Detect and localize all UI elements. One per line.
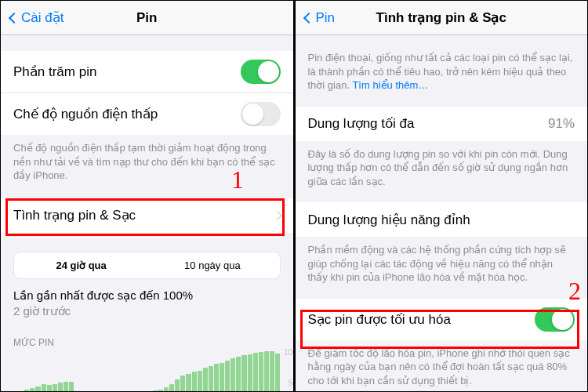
back-button[interactable]: Pin [305,10,336,26]
label: Chế độ nguồn điện thấp [13,106,158,122]
chart-bar [248,354,252,391]
optimized-footer: Để giảm tốc độ lão hóa pin, iPhone ghi n… [296,340,588,391]
chart-bar [275,354,280,391]
chart-bar [35,387,40,391]
chart-bar [64,382,68,391]
chevron-left-icon [303,12,314,23]
label: Phần trăm pin [13,64,96,80]
chart-bar [225,361,230,391]
toggle-optimized-charging[interactable] [535,307,575,332]
chart-bar [264,351,269,391]
row-low-power[interactable]: Chế độ nguồn điện thấp [1,93,293,135]
chevron-right-icon [273,211,281,220]
toggle-low-power[interactable] [241,102,281,126]
row-battery-percent[interactable]: Phần trăm pin [1,51,293,93]
label: Dung lượng hiệu năng đỉnh [308,212,470,228]
chart-bar [192,372,197,391]
toggle-knob [552,309,573,330]
battery-chart: 100% 50% [13,351,281,391]
chart-bar [214,364,219,391]
chart-bar [259,352,263,391]
row-optimized-charging[interactable]: Sạc pin được tối ưu hóa [296,299,588,340]
label: Tình trạng pin & Sạc [13,207,136,223]
last-charge-time: 2 giờ trước [1,303,293,326]
chart-header: MỨC PIN [1,326,293,351]
annotation-1: 1 [231,165,244,194]
chart-bar [164,387,169,391]
intro-body: Pin điện thoại, giống như tất cả các loạ… [308,52,573,91]
screen-battery-settings: Cài đặt Pin Phần trăm pin Chế độ nguồn đ… [1,1,293,391]
intro-text: Pin điện thoại, giống như tất cả các loạ… [296,35,588,102]
chart-bar [241,355,246,391]
group-max-capacity: Dung lượng tối đa 91% [296,107,588,141]
toggle-knob [258,61,279,82]
chart-bar [220,363,224,391]
chart-bar [186,374,191,391]
page-title: Pin [136,10,157,26]
chevron-left-icon [9,12,20,23]
y-axis-100: 100% [284,348,293,357]
value: 91% [548,116,575,132]
group-optimized: Sạc pin được tối ưu hóa [296,299,588,340]
chart-bar [30,388,34,391]
chart-bar [180,376,185,391]
chart-bar [270,351,274,391]
screen-battery-health: Pin Tình trạng pin & Sạc Pin điện thoại,… [296,1,588,391]
chart-bar [58,383,63,391]
label: Sạc pin được tối ưu hóa [308,311,451,328]
chart-bar [198,371,202,391]
chart-bar [47,385,52,391]
chart-bar [24,390,29,391]
page-title: Tình trạng pin & Sạc [376,9,506,26]
chart-bar [153,390,158,391]
segment-24h[interactable]: 24 giờ qua [16,254,147,277]
max-capacity-footer: Đây là số đo dung lượng pin so với khi p… [296,141,588,198]
label: Dung lượng tối đa [308,115,415,132]
nav-bar: Cài đặt Pin [1,1,293,35]
chart-bar [42,384,46,391]
chart-bar [69,382,74,391]
group-peak: Dung lượng hiệu năng đỉnh [296,202,588,237]
low-power-footer: Chế độ nguồn điện thấp tạm thời giảm hoạ… [1,135,293,192]
chart-bar [53,384,57,391]
y-axis-50: 50% [288,379,292,387]
segmented-control[interactable]: 24 giờ qua 10 ngày qua [13,252,281,279]
chart-bar [230,358,235,391]
chart-bar [209,366,213,391]
back-label: Cài đặt [21,9,64,26]
group-health: Tình trạng pin & Sạc [1,198,293,233]
segment-10d[interactable]: 10 ngày qua [147,254,278,277]
chart-bar [203,368,208,391]
chart-bar [253,353,258,391]
annotation-2: 2 [568,277,581,306]
toggle-battery-percent[interactable] [241,60,281,84]
back-button[interactable]: Cài đặt [10,9,64,26]
learn-more-link[interactable]: Tìm hiểu thêm… [352,79,428,91]
nav-bar: Pin Tình trạng pin & Sạc [296,1,588,35]
toggle-knob [242,103,263,125]
row-max-capacity: Dung lượng tối đa 91% [296,107,588,141]
chart-bar [158,390,163,391]
peak-footer: Phần mềm động và các hệ thống phần cứng … [296,237,588,294]
last-charge-title: Lần gần nhất được sạc đến 100% [1,279,293,303]
chart-bar [236,357,241,391]
group-toggles: Phần trăm pin Chế độ nguồn điện thấp [1,51,293,135]
chart-bar [169,384,174,391]
row-battery-health[interactable]: Tình trạng pin & Sạc [1,198,293,233]
chart-bar [175,379,180,391]
back-label: Pin [316,10,336,26]
row-peak-performance[interactable]: Dung lượng hiệu năng đỉnh [296,202,588,237]
